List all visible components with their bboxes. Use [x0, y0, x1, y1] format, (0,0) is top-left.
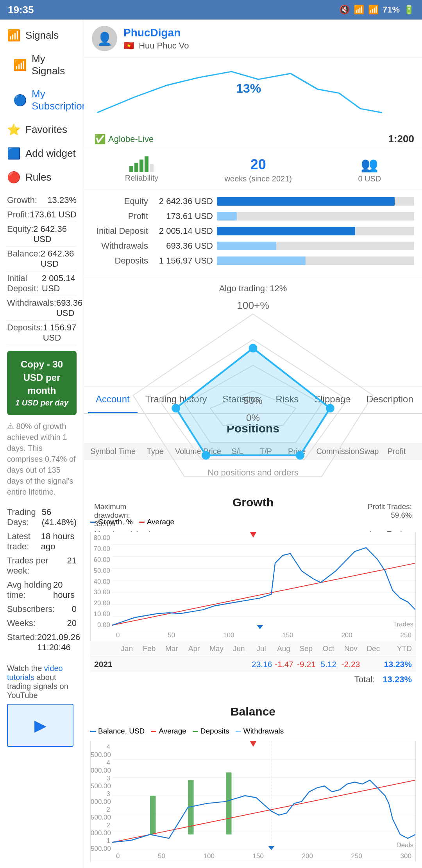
legend-withdrawals-dot [236, 731, 241, 732]
stat-growth: Growth: 13.23% [7, 193, 77, 208]
balance-legend: Balance, USD Average Deposits Withdrawal… [90, 725, 416, 738]
legend-balance-avg-dot [151, 731, 156, 732]
reliability-bars [125, 156, 159, 172]
max-drawdown-label: Maximum drawdown: 33.4% [94, 502, 153, 528]
weeks-label: weeks (since 2021) [225, 174, 292, 183]
profile-name[interactable]: PhucDigan [123, 27, 189, 39]
sidebar-item-my-subscriptions[interactable]: 🔵 My Subscriptions [0, 82, 84, 118]
sidebar-item-add-widget[interactable]: 🟦 Add widget [0, 142, 84, 165]
verified-label: Aglobe-Live [108, 134, 154, 144]
stat-avg-holding: Avg holding time: 20 hours [7, 578, 77, 602]
growth-y-labels: 80.00 70.00 60.00 50.00 40.00 30.00 20.0… [91, 532, 112, 629]
growth-chart: 80.00 70.00 60.00 50.00 40.00 30.00 20.0… [90, 532, 416, 641]
svg-text:100+%: 100+% [237, 299, 269, 311]
stat-profit: Profit: 173.61 USD [7, 208, 77, 222]
bar5 [150, 164, 154, 172]
battery-label: 71% [383, 5, 400, 15]
sidebar-item-signals[interactable]: 📶 Signals [0, 23, 84, 47]
svg-point-9 [172, 404, 180, 412]
radar-chart: 100+% 50% 0% [90, 297, 416, 502]
balance-chart-area [112, 741, 415, 850]
svg-line-33 [112, 780, 415, 842]
verified-icon: ✅ [94, 134, 106, 145]
months-row: Jan Feb Mar Apr May Jun Jul Aug Sep Oct … [90, 641, 416, 656]
sidebar-label-favorites: Favorites [25, 124, 67, 136]
profile-section: 👤 PhucDigan 🇻🇳 Huu Phuc Vo [84, 20, 422, 58]
bar3 [139, 160, 143, 172]
stat-weeks: Weeks: 20 [7, 616, 77, 630]
main-content: 👤 PhucDigan 🇻🇳 Huu Phuc Vo 13% ✅ Aglobe-… [84, 20, 422, 868]
wifi-icon: 📶 [368, 5, 379, 15]
bar-equity: Equity 2 642.36 USD [92, 196, 414, 206]
radar-labels: Maximum drawdown: 33.4% Profit Trades: 5… [90, 502, 416, 528]
growth-chart-area [112, 532, 415, 629]
svg-point-6 [326, 404, 334, 412]
copy-button[interactable]: Copy - 30 USD per month 1 USD per day [7, 351, 77, 415]
sidebar-label-my-signals: My Signals [32, 53, 77, 77]
sidebar-item-favorites[interactable]: ⭐ Favorites [0, 118, 84, 142]
legend-deposits: Deposits [193, 727, 229, 735]
legend-deposits-dot [193, 731, 198, 732]
stats-row: ✅ Aglobe-Live 1:200 [84, 128, 422, 150]
balance-x-labels: 0 50 100 150 200 250 300 [112, 851, 415, 862]
my-signals-icon: 📶 [13, 59, 27, 72]
sidebar-label-my-subscriptions: My Subscriptions [32, 88, 93, 112]
avatar: 👤 [92, 26, 117, 51]
balance-chart: 4 500.00 4 000.00 3 500.00 3 000.00 2 50… [90, 741, 416, 862]
growth-x-labels: 0 50 100 150 200 250 [112, 630, 415, 641]
signal-icon: 📶 [354, 5, 364, 15]
svg-point-8 [202, 451, 210, 460]
subscribers-usd: 0 USD [358, 174, 381, 183]
mini-chart: 13% [84, 58, 422, 128]
sidebar-item-my-signals[interactable]: 📶 My Signals [0, 47, 84, 82]
legend-balance-dot [90, 731, 96, 732]
svg-text:50%: 50% [243, 395, 262, 406]
stat-equity: Equity: 2 642.36 USD [7, 222, 77, 247]
status-icons: 🔇 📶 📶 71% 🔋 [339, 5, 414, 15]
sidebar-label-rules: Rules [25, 171, 51, 183]
profile-info: PhucDigan 🇻🇳 Huu Phuc Vo [123, 27, 189, 51]
year-row: 2021 23.16 -1.47 -9.21 5.12 -2.23 13.23% [90, 656, 416, 672]
svg-rect-32 [226, 772, 232, 834]
warning-text: ⚠ 80% of growth achieved within 1 days. … [0, 421, 84, 501]
svg-point-7 [296, 451, 304, 460]
balance-title: Balance [90, 699, 416, 725]
mute-icon: 🔇 [339, 5, 350, 15]
flag-icon: 🇻🇳 [123, 41, 134, 50]
sidebar-item-rules[interactable]: 🔴 Rules [0, 165, 84, 189]
legend-balance-usd: Balance, USD [90, 727, 145, 735]
profile-subname: 🇻🇳 Huu Phuc Vo [123, 41, 189, 51]
subscribers-icon: 👥 [358, 156, 381, 173]
stat-trades-per-week: Trades per week: 21 [7, 554, 77, 578]
svg-line-21 [112, 563, 415, 625]
stat-deposits: Deposits: 1 156.97 USD [7, 321, 77, 345]
left-stats: Growth: 13.23% Profit: 173.61 USD Equity… [0, 193, 84, 345]
rules-icon: 🔴 [7, 171, 21, 184]
svg-rect-30 [150, 796, 156, 834]
more-stats: Trading Days: 56 (41.48%) Latest trade: … [0, 501, 84, 658]
profit-trades-label: Profit Trades: 59.6% [353, 502, 412, 528]
bar-deposits: Deposits 1 156.97 USD [92, 256, 414, 266]
weeks-metric: 20 weeks (since 2021) [225, 156, 292, 183]
stat-trading-days: Trading Days: 56 (41.48%) [7, 505, 77, 529]
stat-initial-deposit: Initial Deposit: 2 005.14 USD [7, 271, 77, 296]
stat-withdrawals: Withdrawals: 693.36 USD [7, 296, 77, 321]
bar-initial-deposit: Initial Deposit 2 005.14 USD [92, 226, 414, 236]
battery-icon: 🔋 [404, 5, 414, 15]
stat-balance: Balance: 2 642.36 USD [7, 247, 77, 271]
legend-withdrawals: Withdrawals [236, 727, 284, 735]
bar1 [129, 166, 133, 172]
reliability-label: Reliability [125, 174, 159, 183]
video-thumbnail[interactable]: ▶ [7, 704, 73, 747]
my-subscriptions-icon: 🔵 [13, 94, 27, 107]
bar-profit: Profit 173.61 USD [92, 211, 414, 221]
legend-balance-avg: Average [151, 727, 186, 735]
leverage: 1:200 [388, 133, 415, 145]
total-row: Total: 13.23% [90, 672, 416, 687]
favorites-icon: ⭐ [7, 123, 21, 136]
sidebar-label-add-widget: Add widget [25, 147, 76, 160]
status-time: 19:35 [8, 4, 34, 16]
reliability-metric: Reliability [125, 156, 159, 183]
stat-latest-trade: Latest trade: 18 hours ago [7, 529, 77, 554]
video-link[interactable]: video tutorials [7, 664, 63, 681]
